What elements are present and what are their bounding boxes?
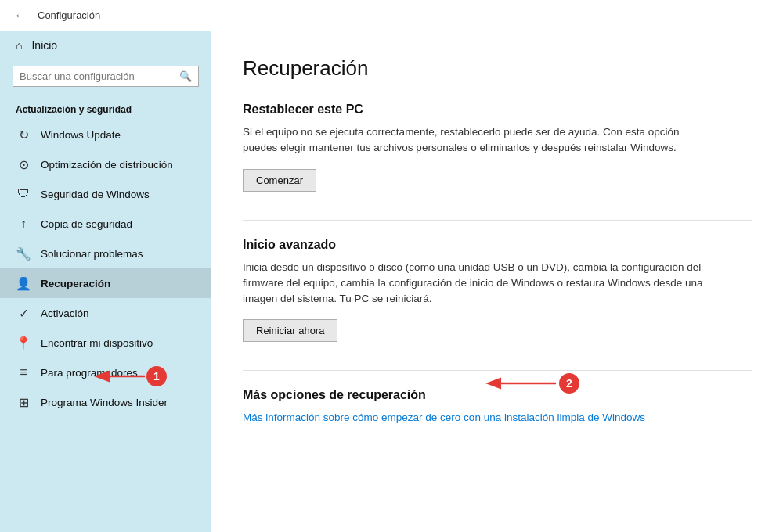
windows-update-icon: ↻	[16, 127, 31, 142]
clean-install-link[interactable]: Más información sobre cómo empezar de ce…	[243, 412, 645, 423]
sidebar-label-dispositivo: Encontrar mi dispositivo	[41, 337, 153, 349]
seguridad-icon: 🛡	[16, 186, 31, 202]
sidebar-item-programadores[interactable]: ≡ Para programadores	[0, 358, 211, 387]
main-container: ⌂ Inicio 🔍 Actualización y seguridad ↻ W…	[0, 31, 783, 532]
dispositivo-icon: 📍	[16, 335, 31, 350]
divider-2	[243, 370, 752, 371]
sidebar-item-activacion[interactable]: ✓ Activación	[0, 298, 211, 328]
sidebar-item-home[interactable]: ⌂ Inicio	[0, 31, 211, 59]
section-mas-opciones: Más opciones de recuperación Más informa…	[243, 388, 752, 424]
sidebar-item-copia[interactable]: ↑ Copia de seguridad	[0, 209, 211, 239]
sidebar-label-copia: Copia de seguridad	[41, 218, 132, 230]
back-button[interactable]: ←	[9, 5, 31, 27]
sidebar-label-seguridad: Seguridad de Windows	[41, 189, 150, 200]
programadores-icon: ≡	[16, 365, 31, 380]
activacion-icon: ✓	[16, 305, 31, 321]
section-restablecer: Restablecer este PC Si el equipo no se e…	[243, 102, 752, 214]
sidebar-label-activacion: Activación	[41, 307, 89, 319]
title-bar: ← Configuración	[0, 0, 783, 31]
sidebar-label-distribucion: Optimización de distribución	[41, 159, 173, 171]
section-inicio-avanzado-title: Inicio avanzado	[243, 238, 752, 252]
sidebar-item-distribucion[interactable]: ⊙ Optimización de distribución	[0, 149, 211, 179]
home-icon: ⌂	[16, 39, 22, 52]
sidebar-item-seguridad[interactable]: 🛡 Seguridad de Windows	[0, 179, 211, 209]
section-mas-opciones-title: Más opciones de recuperación	[243, 388, 752, 402]
distribucion-icon: ⊙	[16, 156, 31, 172]
search-input[interactable]	[20, 70, 175, 82]
sidebar-item-recuperacion[interactable]: 👤 Recuperación	[0, 268, 211, 298]
search-box[interactable]: 🔍	[13, 66, 199, 87]
sidebar-label-recuperacion: Recuperación	[41, 278, 110, 289]
section-inicio-avanzado-desc: Inicia desde un dispositivo o disco (com…	[243, 260, 713, 307]
home-label: Inicio	[31, 39, 57, 52]
app-title: Configuración	[38, 9, 100, 21]
solucionar-icon: 🔧	[16, 246, 31, 261]
sidebar-label-solucionar: Solucionar problemas	[41, 248, 143, 260]
sidebar-label-programadores: Para programadores	[41, 367, 138, 379]
recuperacion-icon: 👤	[16, 275, 31, 291]
sidebar-item-windows-update[interactable]: ↻ Windows Update	[0, 120, 211, 149]
content-area: Recuperación Restablecer este PC Si el e…	[211, 31, 783, 532]
insider-icon: ⊞	[16, 394, 31, 410]
divider-1	[243, 220, 752, 221]
sidebar-item-solucionar[interactable]: 🔧 Solucionar problemas	[0, 239, 211, 268]
comenzar-button[interactable]: Comenzar	[243, 169, 316, 192]
sidebar-group-label: Actualización y seguridad	[0, 96, 211, 120]
section-restablecer-title: Restablecer este PC	[243, 102, 752, 117]
reiniciar-ahora-button[interactable]: Reiniciar ahora	[243, 319, 337, 342]
sidebar-label-insider: Programa Windows Insider	[41, 397, 168, 408]
sidebar-item-dispositivo[interactable]: 📍 Encontrar mi dispositivo	[0, 328, 211, 358]
section-inicio-avanzado: Inicio avanzado Inicia desde un disposit…	[243, 238, 752, 365]
sidebar-item-insider[interactable]: ⊞ Programa Windows Insider	[0, 387, 211, 417]
sidebar: ⌂ Inicio 🔍 Actualización y seguridad ↻ W…	[0, 31, 211, 532]
search-icon: 🔍	[179, 70, 192, 82]
copia-icon: ↑	[16, 216, 31, 232]
section-restablecer-desc: Si el equipo no se ejecuta correctamente…	[243, 124, 713, 156]
page-title: Recuperación	[243, 56, 752, 81]
sidebar-label-windows-update: Windows Update	[41, 129, 121, 141]
